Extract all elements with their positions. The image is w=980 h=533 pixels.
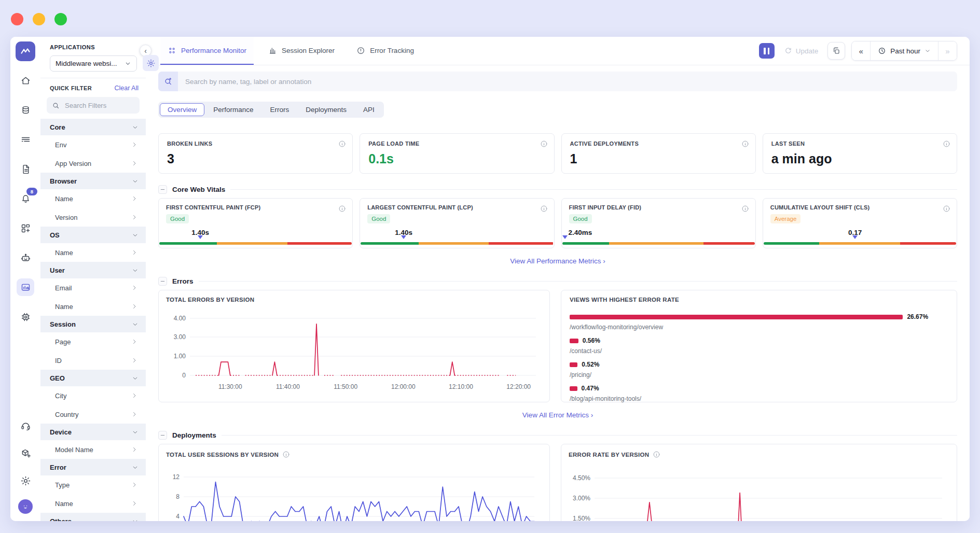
filter-group-geo[interactable]: GEO: [40, 370, 146, 386]
filter-group-user[interactable]: User: [40, 262, 146, 278]
time-range-back-button[interactable]: «: [852, 41, 871, 60]
threshold-segment: [819, 242, 900, 245]
threshold-segment: [900, 242, 956, 245]
subtab-api[interactable]: API: [355, 103, 382, 116]
tab-session-explorer[interactable]: Session Explorer: [261, 37, 342, 65]
view-all-errors-link[interactable]: View All Error Metrics ›: [522, 411, 593, 419]
filter-group-browser[interactable]: Browser: [40, 173, 146, 189]
filter-item-error-type[interactable]: Type: [40, 475, 146, 494]
ai-search-icon: [163, 77, 173, 86]
info-icon[interactable]: [741, 140, 749, 148]
copy-dashboard-button[interactable]: [827, 42, 845, 60]
assistant-icon[interactable]: [17, 249, 34, 266]
filter-item-session-page[interactable]: Page: [40, 332, 146, 351]
threshold-segment: [361, 242, 418, 245]
views-highest-error-rate-card: VIEWS WITH HIGHEST ERROR RATE 26.67%/wor…: [561, 290, 957, 402]
time-range-forward-button[interactable]: »: [938, 41, 957, 60]
filter-item-core-env[interactable]: Env: [40, 135, 146, 154]
collapse-section-icon[interactable]: [158, 277, 167, 286]
integrations-icon[interactable]: [17, 444, 34, 462]
clear-all-link[interactable]: Clear All: [114, 85, 139, 92]
ai-search-button[interactable]: [158, 72, 178, 91]
info-icon[interactable]: [540, 205, 548, 213]
info-icon[interactable]: [338, 205, 346, 213]
filter-item-device-model-name[interactable]: Model Name: [40, 440, 146, 459]
svg-text:12:20:00: 12:20:00: [506, 383, 531, 390]
info-icon[interactable]: [540, 140, 548, 148]
filter-item-user-email[interactable]: Email: [40, 278, 146, 297]
filter-item-core-app-version[interactable]: App Version: [40, 154, 146, 173]
filter-group-core[interactable]: Core: [40, 119, 146, 135]
vital-value: 2.40ms: [569, 229, 592, 236]
subtab-performance[interactable]: Performance: [205, 103, 261, 116]
filter-group-device[interactable]: Device: [40, 424, 146, 440]
reports-icon[interactable]: [17, 160, 34, 178]
info-icon[interactable]: [282, 451, 290, 458]
support-icon[interactable]: [17, 417, 34, 434]
monitor-tabs: Performance MonitorSession ExplorerError…: [160, 37, 421, 65]
threshold-segment: [287, 242, 352, 245]
filter-item-browser-name[interactable]: Name: [40, 189, 146, 208]
chevron-right-icon: [131, 411, 137, 417]
dashboards-icon[interactable]: [17, 219, 34, 237]
filter-item-label: Type: [55, 481, 70, 489]
search-input[interactable]: [178, 78, 957, 86]
settings-icon[interactable]: [17, 472, 34, 489]
sessions-icon: [268, 46, 277, 55]
close-window-button[interactable]: [11, 13, 23, 25]
filter-item-session-id[interactable]: ID: [40, 351, 146, 370]
info-icon[interactable]: [741, 205, 749, 213]
main-content: Performance MonitorSession ExplorerError…: [146, 37, 970, 521]
time-range-control: « Past hour »: [851, 41, 957, 61]
filter-item-browser-version[interactable]: Version: [40, 208, 146, 227]
time-range-selector[interactable]: Past hour: [871, 41, 938, 60]
filter-group-session[interactable]: Session: [40, 316, 146, 332]
threshold-segment: [489, 242, 553, 245]
view-all-performance-link[interactable]: View All Performance Metrics ›: [510, 257, 605, 265]
alerts-icon[interactable]: 8: [17, 190, 34, 207]
rum-icon[interactable]: [17, 278, 34, 296]
info-icon[interactable]: [338, 140, 346, 148]
vital-label: LARGEST CONTENTFUL PAINT (LCP): [367, 204, 546, 211]
filter-item-error-name[interactable]: Name: [40, 494, 146, 513]
svg-text:3.00%: 3.00%: [573, 495, 590, 502]
filter-group-others[interactable]: Others: [40, 513, 146, 521]
pause-refresh-button[interactable]: [759, 43, 775, 59]
filter-search: [47, 97, 140, 114]
filter-item-user-name[interactable]: Name: [40, 297, 146, 316]
metric-label: PAGE LOAD TIME: [368, 141, 545, 147]
home-icon[interactable]: [17, 72, 34, 89]
dashboard-settings-button[interactable]: [143, 55, 159, 71]
tab-error-tracking[interactable]: Error Tracking: [349, 37, 421, 65]
filter-item-geo-country[interactable]: Country: [40, 405, 146, 424]
filter-search-input[interactable]: [64, 101, 134, 110]
info-icon[interactable]: [943, 140, 950, 148]
application-selector[interactable]: Middleware websi...: [50, 55, 137, 72]
maximize-window-button[interactable]: [54, 13, 67, 25]
refresh-icon: [784, 47, 792, 55]
subtab-deployments[interactable]: Deployments: [298, 103, 354, 116]
application-picker: APPLICATIONS Middleware websi...: [40, 37, 146, 78]
infrastructure-icon[interactable]: [17, 308, 34, 326]
subtab-overview[interactable]: Overview: [160, 103, 204, 116]
chart-title: TOTAL USER SESSIONS BY VERSION: [166, 452, 279, 458]
filter-group-error[interactable]: Error: [40, 459, 146, 475]
filter-item-os-name[interactable]: Name: [40, 243, 146, 262]
filter-item-label: Env: [55, 141, 66, 149]
profile-avatar[interactable]: [18, 499, 33, 514]
logs-icon[interactable]: [17, 131, 34, 148]
collapse-section-icon[interactable]: [158, 185, 167, 194]
collapse-section-icon[interactable]: [158, 431, 167, 440]
subtab-errors[interactable]: Errors: [263, 103, 297, 116]
filter-item-label: Name: [55, 303, 73, 311]
tab-performance-monitor[interactable]: Performance Monitor: [160, 37, 254, 65]
usage-icon[interactable]: [17, 101, 34, 119]
vital-threshold-bar: [764, 242, 956, 245]
info-icon[interactable]: [943, 205, 950, 213]
info-icon[interactable]: [653, 451, 660, 458]
update-button[interactable]: Update: [781, 46, 822, 55]
middleware-logo[interactable]: [16, 41, 35, 61]
filter-group-os[interactable]: OS: [40, 227, 146, 243]
filter-item-geo-city[interactable]: City: [40, 386, 146, 405]
minimize-window-button[interactable]: [33, 13, 45, 25]
